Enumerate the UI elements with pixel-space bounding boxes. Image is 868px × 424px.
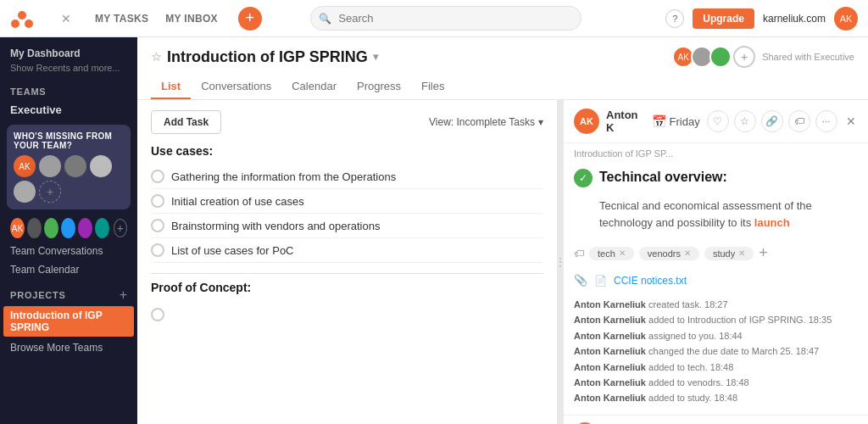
tab-files[interactable]: Files	[411, 75, 454, 99]
task-text-1[interactable]: Gathering the information from the Opera…	[171, 170, 543, 183]
task-check-1[interactable]	[151, 170, 164, 183]
member-avatar-1[interactable]: AK	[10, 218, 25, 238]
sidebar-dashboard-link[interactable]: My Dashboard	[10, 46, 127, 61]
detail-more-button[interactable]: ···	[815, 110, 837, 132]
help-button[interactable]: ?	[665, 9, 684, 28]
team-calendar-link[interactable]: Team Calendar	[0, 260, 137, 279]
task-list-panel: Add Task View: Incomplete Tasks ▾ Use ca…	[137, 100, 558, 424]
tag-study-remove-button[interactable]: ✕	[738, 248, 745, 258]
svg-point-2	[25, 20, 33, 28]
detail-breadcrumb: Introduction of IGP SP...	[564, 143, 868, 164]
add-member-button[interactable]: +	[114, 219, 127, 237]
task-detail-layout: Add Task View: Incomplete Tasks ▾ Use ca…	[137, 100, 868, 424]
detail-date-wrap: 📅 Friday	[652, 114, 700, 128]
tab-calendar[interactable]: Calendar	[281, 75, 347, 99]
avatar-user-4[interactable]	[14, 181, 36, 203]
member-avatar-4[interactable]	[61, 218, 75, 238]
sidebar-show-recents-link[interactable]: Show Recents and more...	[10, 63, 127, 73]
avatar-user-2[interactable]	[64, 155, 86, 177]
detail-link-button[interactable]: 🔗	[761, 110, 783, 132]
add-task-button[interactable]: Add Task	[151, 110, 221, 134]
task-text-2[interactable]: Initial creation of use cases	[171, 195, 543, 208]
tag-venodrs-remove-button[interactable]: ✕	[684, 248, 691, 258]
task-item: List of use cases for PoC	[151, 238, 543, 263]
detail-close-button[interactable]: ✕	[844, 112, 858, 131]
avatar-user-1[interactable]	[39, 155, 61, 177]
detail-description: Tecnical and economical assessment of th…	[564, 194, 868, 237]
topbar-right: ? Upgrade karneliuk.com AK	[665, 7, 858, 31]
paperclip-icon: 📎	[574, 274, 587, 287]
member-avatar-3[interactable]	[44, 218, 58, 238]
detail-attachments: 📎 📄 CCIE notices.txt	[564, 269, 868, 292]
tag-venodrs[interactable]: venodrs ✕	[639, 247, 699, 260]
detail-title-text[interactable]: Techincal overview:	[599, 169, 727, 187]
task-text-3[interactable]: Brainstorming with vendors and operation…	[171, 220, 543, 232]
member-avatar-2[interactable]	[27, 218, 42, 238]
view-filter-dropdown[interactable]: View: Incomplete Tasks ▾	[429, 116, 543, 128]
sidebar-project-igp-spring[interactable]: Introduction of IGP SPRING	[3, 306, 134, 337]
detail-assignee-avatar[interactable]: AK	[574, 109, 599, 134]
activity-item: Anton Karneliuk added to venodrs. 18:48	[574, 377, 858, 389]
missing-avatar-row: AK +	[14, 155, 124, 203]
avatar-main-user[interactable]: AK	[14, 155, 36, 177]
missing-team-bubble: WHO'S MISSING FROM YOUR TEAM? AK +	[7, 125, 131, 209]
team-conversations-link[interactable]: Team Conversations	[0, 242, 137, 260]
my-tasks-link[interactable]: MY TASKS	[88, 8, 155, 30]
project-header-right: AK + Shared with Executive	[676, 46, 854, 68]
detail-tags: 🏷 tech ✕ venodrs ✕ study ✕ +	[564, 237, 868, 269]
browse-more-teams-link[interactable]: Browse More Teams	[0, 337, 137, 359]
detail-tag-button[interactable]: 🏷	[788, 110, 810, 132]
section-title-poc: Proof of Concept:	[151, 281, 543, 294]
tab-conversations[interactable]: Conversations	[191, 75, 281, 99]
attachment-link[interactable]: CCIE notices.txt	[614, 275, 687, 287]
avatar-user-3[interactable]	[90, 155, 112, 177]
detail-bookmark-button[interactable]: ☆	[734, 110, 756, 132]
missing-bubble-text: WHO'S MISSING FROM YOUR TEAM?	[14, 131, 124, 150]
detail-date[interactable]: Friday	[670, 115, 700, 128]
tab-progress[interactable]: Progress	[347, 75, 411, 99]
task-text-4[interactable]: List of use cases for PoC	[171, 244, 543, 257]
topbar-nav: MY TASKS MY INBOX	[88, 8, 225, 30]
search-container: 🔍	[310, 6, 581, 31]
tag-tech-remove-button[interactable]: ✕	[619, 248, 626, 258]
activity-item: Anton Karneliuk added to Introduction of…	[574, 314, 858, 326]
sidebar-team-executive[interactable]: Executive	[0, 100, 137, 120]
activity-item: Anton Karneliuk added to study. 18:48	[574, 392, 858, 404]
search-input[interactable]	[310, 6, 581, 31]
task-list-toolbar: Add Task View: Incomplete Tasks ▾	[151, 110, 543, 134]
my-inbox-link[interactable]: MY INBOX	[159, 8, 225, 30]
view-filter-label: View: Incomplete Tasks	[429, 116, 535, 128]
task-check-4[interactable]	[151, 243, 164, 257]
project-title-text: Introduction of IGP SPRING	[167, 48, 368, 66]
close-window-button[interactable]: ✕	[58, 10, 75, 27]
add-button[interactable]: +	[238, 7, 262, 31]
avatar-add-button[interactable]: +	[39, 181, 61, 203]
task-add-circle[interactable]	[151, 308, 164, 321]
add-shared-member-button[interactable]: +	[733, 46, 755, 68]
task-done-check[interactable]: ✓	[574, 169, 593, 187]
add-project-button[interactable]: +	[120, 287, 127, 303]
task-item: Initial creation of use cases	[151, 189, 543, 214]
user-account[interactable]: karneliuk.com	[763, 13, 826, 25]
tag-study[interactable]: study ✕	[704, 247, 754, 260]
calendar-icon: 📅	[652, 114, 666, 128]
star-icon[interactable]: ☆	[151, 50, 162, 64]
view-filter-chevron-icon: ▾	[538, 116, 543, 128]
task-check-2[interactable]	[151, 194, 164, 208]
project-title-chevron-icon[interactable]: ▾	[373, 51, 378, 63]
task-check-3[interactable]	[151, 219, 164, 232]
tab-list[interactable]: List	[151, 75, 191, 99]
shared-label: Shared with Executive	[762, 52, 854, 62]
upgrade-button[interactable]: Upgrade	[693, 8, 754, 29]
file-icon: 📄	[594, 275, 607, 287]
tag-tech[interactable]: tech ✕	[589, 247, 634, 260]
member-avatar-5[interactable]	[78, 218, 92, 238]
projects-label: PROJECTS	[10, 290, 66, 300]
add-tag-button[interactable]: +	[759, 244, 768, 262]
user-avatar[interactable]: AK	[834, 7, 858, 31]
member-avatar-6[interactable]	[95, 218, 109, 238]
task-add-row	[151, 301, 543, 328]
shared-avatar-3[interactable]	[709, 46, 732, 68]
detail-heart-button[interactable]: ♡	[707, 110, 729, 132]
sidebar: My Dashboard Show Recents and more... Te…	[0, 37, 137, 424]
